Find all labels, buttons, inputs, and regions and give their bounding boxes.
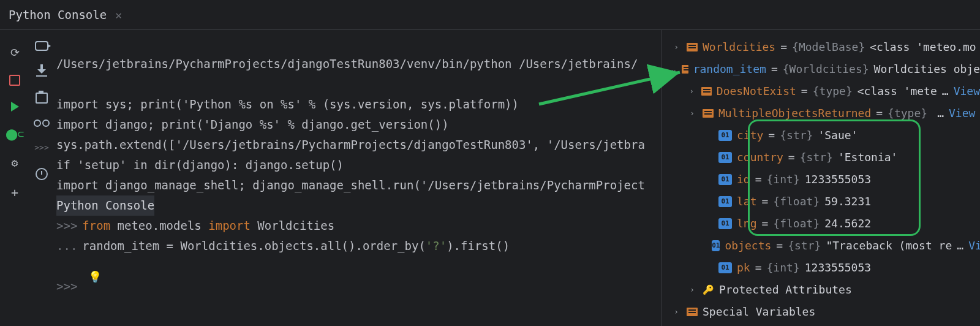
show-variables-icon[interactable] (34, 119, 50, 127)
console-line-highlight: Python Console (56, 195, 154, 216)
var-row[interactable]: ›id = {int} 1233555053 (662, 169, 980, 191)
var-value: Worldcities obje (874, 58, 980, 80)
chevron-right-icon[interactable]: › (687, 279, 698, 301)
var-name: id (737, 169, 750, 191)
var-row[interactable]: ›city = {str} 'Saue' (662, 124, 980, 146)
code-keyword: from (82, 219, 110, 232)
equals-sign: = (755, 169, 762, 191)
var-row[interactable]: ›lng = {float} 24.5622 (662, 213, 980, 235)
tab-python-console[interactable]: Python Console ✕ (9, 8, 122, 21)
code-string: '?' (426, 239, 447, 252)
chevron-down-icon[interactable]: ⌄ (671, 58, 677, 80)
var-row[interactable]: ›Special Variables (662, 301, 980, 323)
var-row[interactable]: ›DoesNotExist = {type} <class 'mete… Vie… (662, 80, 980, 102)
rerun-icon[interactable]: ⟳ (10, 46, 20, 59)
var-value: 59.3231 (824, 191, 871, 213)
field-icon (712, 240, 720, 251)
console-line: import sys; print('Python %s on %s' % (s… (56, 97, 519, 111)
var-name: lat (737, 191, 757, 213)
code-text: meteo.models (110, 219, 208, 232)
var-type: {float} (773, 191, 820, 213)
chevron-right-icon[interactable]: › (671, 301, 682, 323)
var-type: {ModelBase} (792, 36, 865, 58)
var-value: <class 'mete (858, 80, 937, 102)
history-icon[interactable] (36, 168, 48, 180)
console-line: if 'setup' in dir(django): django.setup(… (56, 158, 344, 172)
run-icon[interactable] (11, 102, 19, 112)
equals-sign: = (771, 58, 778, 80)
object-icon (701, 87, 711, 96)
var-name: pk (737, 257, 750, 279)
ellipsis: … (957, 235, 963, 257)
var-name: country (737, 146, 783, 169)
settings-icon[interactable]: ⚙ (12, 156, 18, 169)
object-icon (703, 109, 714, 118)
var-name: DoesNotExist (717, 80, 796, 102)
var-type: {type} (888, 102, 927, 124)
var-name: city (737, 124, 763, 146)
var-value: <class 'meteo.mo (870, 36, 976, 58)
var-name: Worldcities (703, 36, 775, 58)
var-type: {Worldcities} (783, 58, 869, 80)
equals-sign: = (801, 80, 808, 102)
var-row[interactable]: ›country = {str} 'Estonia' (662, 146, 980, 169)
var-row[interactable]: ›Worldcities = {ModelBase} <class 'meteo… (662, 36, 980, 58)
code-keyword: import (208, 219, 251, 232)
field-icon (718, 174, 732, 185)
var-value: 'Saue' (818, 124, 858, 146)
var-type: {str} (788, 235, 821, 257)
var-type: {float} (773, 213, 820, 235)
var-value: 24.5622 (824, 213, 871, 235)
prompt-primary: >>> (56, 279, 77, 293)
left-tool-rail: ⟳ ⬤⊂ ⚙ + (0, 30, 29, 326)
close-icon[interactable]: ✕ (115, 9, 122, 21)
var-name: MultipleObjectsReturned (718, 102, 871, 124)
chevron-right-icon[interactable]: › (671, 36, 682, 58)
var-type: {str} (780, 124, 813, 146)
equals-sign: = (780, 36, 787, 58)
console-output[interactable]: /Users/jetbrains/PycharmProjects/djangoT… (54, 30, 662, 326)
field-icon (718, 218, 732, 229)
intention-bulb-icon[interactable]: 💡 (88, 267, 102, 287)
var-row[interactable]: ⌄random_item = {Worldcities} Worldcities… (662, 58, 980, 80)
equals-sign: = (776, 235, 783, 257)
debug-icon[interactable]: ⬤⊂ (6, 127, 24, 140)
field-icon (718, 262, 732, 273)
var-row[interactable]: ›🔑Protected Attributes (662, 279, 980, 301)
prompt-gutter-icon: >>> (34, 143, 48, 152)
var-row[interactable]: ›MultipleObjectsReturned = {type} … View (662, 102, 980, 124)
equals-sign: = (768, 124, 775, 146)
var-value: "Traceback (most re (826, 235, 952, 257)
object-icon (682, 65, 688, 74)
var-type: {type} (813, 80, 853, 102)
print-icon[interactable] (36, 93, 48, 104)
view-link[interactable]: View (968, 235, 980, 257)
console-line: /Users/jetbrains/PycharmProjects/djangoT… (56, 57, 638, 70)
stop-icon[interactable] (9, 75, 20, 86)
prompt-primary: >>> (56, 219, 77, 232)
var-name: random_item (693, 58, 766, 80)
var-row[interactable]: ›objects = {str} "Traceback (most re… Vi… (662, 235, 980, 257)
prompt-continuation: ... (56, 239, 77, 252)
add-icon[interactable]: + (11, 185, 18, 200)
ellipsis: … (942, 80, 949, 102)
var-value: 1233555053 (805, 257, 871, 279)
equals-sign: = (788, 146, 795, 169)
var-type: {int} (767, 257, 800, 279)
var-name: Protected Attributes (719, 279, 852, 301)
var-row[interactable]: ›lat = {float} 59.3231 (662, 191, 980, 213)
var-value: 1233555053 (805, 169, 871, 191)
scroll-to-end-icon[interactable] (36, 67, 47, 77)
var-name: Special Variables (703, 301, 815, 323)
console-gutter-toolbar: >>> (29, 30, 54, 326)
tab-bar: Python Console ✕ (0, 0, 980, 30)
soft-wrap-icon[interactable] (35, 41, 48, 51)
var-row[interactable]: ›pk = {int} 1233555053 (662, 257, 980, 279)
chevron-right-icon[interactable]: › (687, 102, 698, 124)
chevron-right-icon[interactable]: › (687, 80, 696, 102)
view-link[interactable]: View (954, 80, 980, 102)
key-icon: 🔑 (703, 279, 714, 301)
view-link[interactable]: View (949, 102, 975, 124)
field-icon (718, 196, 732, 207)
var-name: objects (725, 235, 771, 257)
